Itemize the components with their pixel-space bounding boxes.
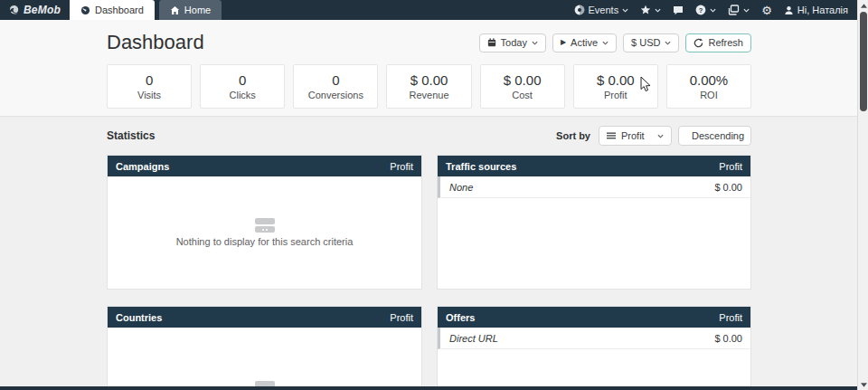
panel-value-header: Profit	[390, 312, 413, 323]
table-row[interactable]: None $ 0.00	[438, 176, 750, 198]
refresh-button[interactable]: Refresh	[685, 33, 751, 52]
chevron-down-icon	[602, 41, 609, 45]
row-name: None	[449, 182, 473, 193]
star-icon	[640, 5, 651, 15]
bemob-logo[interactable]: BeMob	[0, 0, 70, 20]
status-filter-label: Active	[571, 37, 598, 48]
stat-label: Cost	[512, 90, 533, 100]
scrollbar-thumb[interactable]	[860, 12, 867, 111]
stat-label: Profit	[604, 90, 627, 100]
stat-value: 0	[146, 72, 153, 88]
chevron-down-icon	[655, 8, 661, 13]
chevron-down-icon	[743, 8, 750, 13]
tab-home[interactable]: Home	[159, 0, 222, 20]
stat-value: 0.00%	[690, 72, 729, 88]
currency-button[interactable]: $ USD	[623, 33, 679, 52]
stat-label: Visits	[137, 90, 161, 100]
panel-traffic-sources: Traffic sources Profit None $ 0.00	[437, 155, 751, 290]
status-filter-button[interactable]: ▶ Active	[552, 33, 617, 52]
stat-value: $ 0.00	[597, 72, 635, 88]
home-icon	[170, 5, 180, 15]
events-menu[interactable]: Events	[574, 5, 629, 15]
user-icon	[784, 5, 794, 15]
empty-state-text: Nothing to display for this search crite…	[108, 236, 421, 247]
stat-card-profit[interactable]: $ 0.00 Profit	[573, 64, 658, 109]
vertical-scrollbar[interactable]	[857, 0, 868, 390]
row-value: $ 0.00	[714, 333, 742, 344]
panels-grid: Campaigns Profit Nothing to display for …	[107, 155, 751, 390]
chevron-down-icon	[622, 8, 628, 13]
stat-card-revenue[interactable]: $ 0.00 Revenue	[386, 64, 471, 109]
sort-direction-select[interactable]: Descending	[678, 126, 751, 146]
brand-name: BeMob	[24, 4, 61, 16]
statistics-section: Statistics Sort by Profit	[0, 117, 868, 390]
empty-state: Nothing to display for this search crite…	[108, 218, 421, 247]
stat-card-roi[interactable]: 0.00% ROI	[666, 64, 751, 109]
bemob-logo-icon	[8, 5, 20, 16]
nav-tabs: Dashboard Home	[70, 0, 222, 20]
top-navbar: BeMob Dashboard Home Events	[0, 0, 868, 20]
stat-value: 0	[239, 72, 246, 88]
play-icon: ▶	[561, 39, 566, 46]
panel-offers: Offers Profit Direct URL $ 0.00	[437, 306, 751, 390]
svg-text:?: ?	[699, 6, 703, 14]
user-menu[interactable]: Hi, Наталія	[784, 5, 848, 15]
scroll-up-arrow[interactable]	[858, 0, 868, 11]
tab-dashboard[interactable]: Dashboard	[70, 0, 155, 20]
panel-countries: Countries Profit Nothing to display for …	[107, 306, 422, 390]
workspaces-menu[interactable]	[728, 5, 750, 15]
sort-field-select[interactable]: Profit	[599, 126, 672, 146]
panel-title: Offers	[446, 312, 475, 323]
scroll-down-arrow[interactable]	[858, 379, 868, 390]
tab-home-label: Home	[184, 5, 211, 15]
chat-icon	[673, 5, 684, 15]
chevron-down-icon	[710, 8, 716, 13]
favorites-menu[interactable]	[640, 5, 661, 15]
stats-row: 0 Visits 0 Clicks 0 Conversions $ 0.00 R…	[107, 64, 751, 109]
calendar-icon	[487, 38, 496, 47]
chevron-down-icon	[665, 41, 671, 45]
stat-value: $ 0.00	[504, 72, 542, 88]
settings-button[interactable]: ⚙	[761, 5, 772, 16]
stat-label: Revenue	[409, 90, 448, 100]
events-label: Events	[589, 5, 619, 15]
no-data-icon	[255, 218, 275, 233]
panel-title: Campaigns	[116, 161, 169, 172]
stat-card-cost[interactable]: $ 0.00 Cost	[480, 64, 565, 109]
header-buttons: Today ▶ Active $ USD Refr	[479, 33, 751, 52]
chat-button[interactable]	[673, 5, 684, 15]
sort-by-label: Sort by	[556, 130, 590, 141]
gear-icon: ⚙	[761, 5, 772, 16]
stat-card-clicks[interactable]: 0 Clicks	[200, 64, 285, 109]
help-menu[interactable]: ?	[695, 5, 716, 15]
panel-title: Traffic sources	[446, 161, 516, 172]
user-label: Hi, Наталія	[797, 5, 848, 15]
row-value: $ 0.00	[714, 182, 742, 193]
stat-label: Conversions	[308, 90, 363, 100]
panel-value-header: Profit	[719, 312, 742, 323]
list-icon	[607, 132, 616, 139]
table-row[interactable]: Direct URL $ 0.00	[438, 328, 750, 349]
refresh-label: Refresh	[708, 37, 743, 48]
date-range-label: Today	[501, 37, 527, 48]
stat-value: 0	[332, 72, 339, 88]
panel-title: Countries	[116, 312, 162, 323]
stat-card-visits[interactable]: 0 Visits	[107, 64, 192, 109]
windows-icon	[728, 5, 740, 15]
stat-label: Clicks	[230, 90, 256, 100]
refresh-icon	[693, 38, 703, 48]
panel-value-header: Profit	[719, 161, 742, 172]
statistics-title: Statistics	[107, 129, 155, 142]
chevron-down-icon	[532, 41, 538, 45]
chevron-down-icon	[657, 134, 664, 138]
dashboard-icon	[80, 5, 90, 15]
row-name: Direct URL	[449, 333, 498, 344]
date-range-button[interactable]: Today	[479, 33, 546, 52]
help-icon: ?	[695, 5, 706, 15]
footer-strip	[0, 386, 857, 390]
events-icon	[574, 5, 585, 15]
stat-card-conversions[interactable]: 0 Conversions	[293, 64, 378, 109]
currency-label: $ USD	[631, 37, 660, 48]
dashboard-header-section: Dashboard Today ▶ Active	[0, 20, 868, 117]
panel-campaigns: Campaigns Profit Nothing to display for …	[107, 155, 422, 290]
